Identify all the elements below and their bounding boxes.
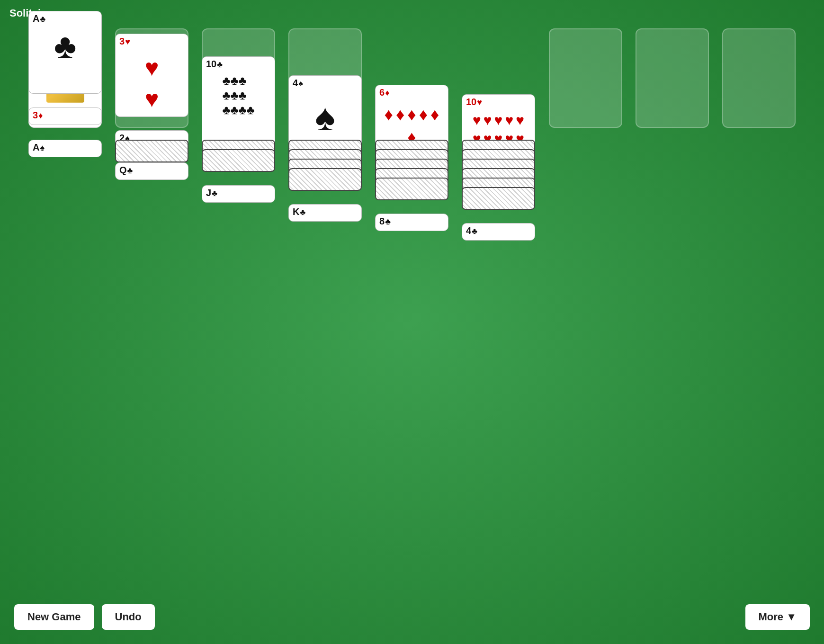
more-button[interactable]: More ▼: [745, 604, 810, 630]
card-3d[interactable]: 3♦: [28, 107, 102, 125]
app: Solitaire ▼ Q ♠ Q♠ 👑 👸: [0, 0, 824, 644]
card-ac[interactable]: A♣ ♣: [28, 11, 102, 94]
card-10c[interactable]: 10♣ ♣♣♣♣♣♣♣♣♣♣: [202, 56, 275, 146]
card-kc[interactable]: K♣: [288, 204, 362, 222]
foundation-6[interactable]: [722, 28, 796, 128]
card-3h[interactable]: 3♥ ♥ ♥: [115, 34, 188, 117]
card-8c[interactable]: 8♣: [375, 214, 448, 231]
card-qc[interactable]: Q♣: [115, 162, 188, 180]
facedown-col4-4[interactable]: [288, 168, 362, 191]
new-game-button[interactable]: New Game: [14, 604, 94, 630]
foundation-5[interactable]: [636, 28, 709, 128]
facedown-col3-2[interactable]: [202, 149, 275, 172]
undo-button[interactable]: Undo: [102, 604, 155, 630]
card-4c[interactable]: 4♣: [462, 223, 535, 241]
header: Solitaire ▼: [0, 0, 824, 26]
tableau: A♠ 3♦ 7♣ 4♦ A♣ ♣: [28, 140, 796, 189]
facedown-col6-6[interactable]: [462, 187, 535, 210]
column-4: K♣ 9♠ J♥ K♦ 4♠ ♠: [288, 140, 362, 165]
card-jc[interactable]: J♣: [202, 185, 275, 203]
facedown-col5-5[interactable]: [375, 178, 448, 200]
column-5: 8♣ 2♥ 9♥ 5♣ 6♦ ♦ ♦ ♦ ♦ ♦: [375, 140, 448, 179]
foundation-4[interactable]: [549, 28, 622, 128]
card-as[interactable]: A♠: [28, 140, 102, 157]
bottom-bar: New Game Undo More ▼: [0, 604, 824, 630]
column-3: J♣ 9♣ 6♥ Q♦ 10♣ ♣♣♣♣♣♣♣♣♣♣: [202, 140, 275, 146]
column-6: 4♣ Q♥ 8♥ 4♥ 10♥ ♥ ♥ ♥ ♥ ♥: [462, 140, 535, 189]
facedown-col2[interactable]: [115, 140, 188, 162]
